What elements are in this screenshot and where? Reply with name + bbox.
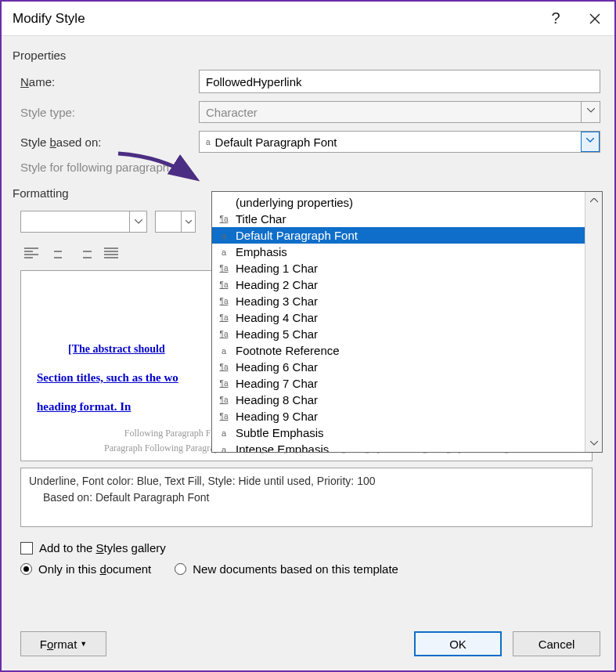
titlebar: Modify Style ?	[2, 2, 614, 36]
dropdown-scrollbar[interactable]	[585, 192, 602, 452]
name-label: Name:	[13, 75, 199, 89]
chevron-down-icon	[581, 102, 600, 122]
dialog-title: Modify Style	[13, 11, 536, 27]
dropdown-item[interactable]: ¶aHeading 3 Char	[212, 293, 585, 309]
style-following-label: Style for following paragraph:	[13, 161, 199, 174]
style-description: Underline, Font color: Blue, Text Fill, …	[20, 468, 593, 527]
style-based-on-dropdown[interactable]: (underlying properties)¶aTitle CharaDefa…	[211, 191, 603, 453]
chevron-down-icon: ▼	[80, 640, 87, 648]
dropdown-item[interactable]: aFootnote Reference	[212, 342, 585, 359]
add-to-styles-gallery-checkbox[interactable]	[20, 542, 33, 555]
ok-button[interactable]: OK	[414, 631, 502, 656]
align-justify-button[interactable]	[100, 242, 122, 264]
font-size-combo[interactable]	[155, 211, 196, 233]
new-documents-label: New documents based on this template	[193, 562, 398, 576]
scroll-down-icon[interactable]	[585, 435, 602, 452]
align-center-button[interactable]	[47, 242, 69, 264]
style-type-combo: Character	[199, 101, 600, 123]
dropdown-item[interactable]: ¶aHeading 2 Char	[212, 276, 585, 293]
cancel-button[interactable]: Cancel	[513, 631, 600, 656]
style-based-on-label: Style based on:	[13, 135, 199, 149]
font-family-combo[interactable]	[20, 211, 147, 233]
align-right-button[interactable]	[74, 242, 95, 264]
help-button[interactable]: ?	[536, 2, 575, 36]
dropdown-item[interactable]: (underlying properties)	[212, 194, 585, 211]
dropdown-item[interactable]: ¶aHeading 1 Char	[212, 260, 585, 276]
new-documents-radio[interactable]	[175, 563, 186, 575]
dropdown-item[interactable]: aEmphasis	[212, 244, 585, 260]
dropdown-item[interactable]: ¶aHeading 7 Char	[212, 375, 585, 392]
dropdown-item[interactable]: ¶aTitle Char	[212, 211, 585, 227]
scroll-up-icon[interactable]	[585, 192, 602, 209]
close-button[interactable]	[575, 2, 614, 36]
style-based-on-combo[interactable]: aDefault Paragraph Font	[199, 131, 600, 153]
chevron-down-icon[interactable]	[181, 211, 195, 232]
only-this-document-radio[interactable]	[20, 563, 32, 575]
dropdown-item[interactable]: ¶aHeading 9 Char	[212, 408, 585, 425]
style-type-label: Style type:	[13, 106, 199, 119]
dropdown-item[interactable]: ¶aHeading 8 Char	[212, 392, 585, 408]
align-left-button[interactable]	[20, 242, 42, 264]
dropdown-item[interactable]: ¶aHeading 6 Char	[212, 359, 585, 375]
add-to-styles-gallery-label: Add to the Styles gallery	[39, 541, 166, 555]
dropdown-item[interactable]: aIntense Emphasis	[212, 441, 585, 452]
properties-heading: Properties	[13, 49, 600, 62]
chevron-down-icon[interactable]	[129, 211, 146, 232]
name-field[interactable]	[199, 70, 600, 93]
dropdown-item[interactable]: ¶aHeading 4 Char	[212, 309, 585, 326]
only-this-document-label: Only in this document	[38, 562, 151, 576]
dropdown-item[interactable]: aSubtle Emphasis	[212, 425, 585, 441]
dropdown-item[interactable]: ¶aHeading 5 Char	[212, 326, 585, 342]
chevron-down-icon[interactable]	[581, 132, 600, 152]
dropdown-item[interactable]: aDefault Paragraph Font	[212, 227, 585, 244]
format-button[interactable]: Format ▼	[20, 631, 106, 656]
modify-style-dialog: Modify Style ? Properties Name: Style ty…	[0, 0, 616, 672]
